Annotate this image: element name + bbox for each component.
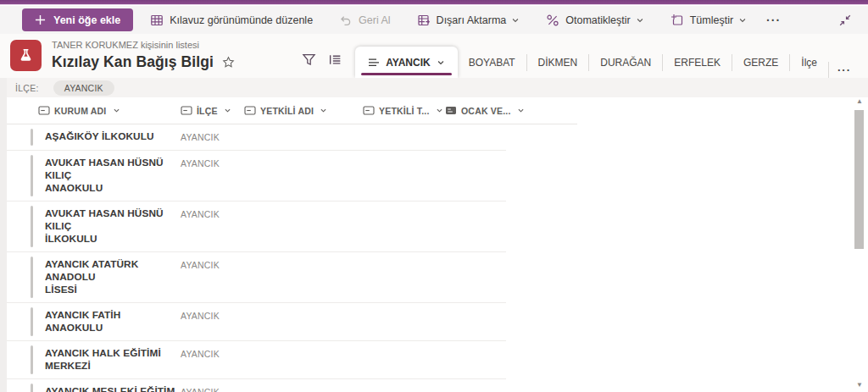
filter-chip-ayancik[interactable]: AYANCIK bbox=[53, 80, 114, 96]
chevron-down-icon bbox=[113, 107, 120, 114]
toolbar-overflow-button[interactable]: ··· bbox=[760, 14, 787, 27]
cell-kurum-adi[interactable]: AVUKAT HASAN HÜSNÜ KILIÇİLKOKULU bbox=[45, 207, 181, 246]
filter-funnel-icon[interactable] bbox=[296, 48, 322, 71]
number-column-icon bbox=[445, 106, 457, 115]
cell-kurum-adi[interactable]: AYANCIK ATATÜRK ANADOLULİSESİ bbox=[45, 258, 181, 296]
table-body: AŞAĞIKÖY İLKOKULUAYANCIKAVUKAT HASAN HÜS… bbox=[7, 124, 868, 392]
grid-view-icon bbox=[150, 14, 164, 27]
automate-button[interactable]: Otomatikleştir bbox=[537, 8, 653, 31]
column-header-ilce[interactable]: İLÇE bbox=[181, 106, 244, 116]
cell-ilce: AYANCIK bbox=[181, 130, 244, 144]
cell-kurum-adi[interactable]: AYANCIK FATİH ANAOKULU bbox=[45, 309, 181, 334]
table-row[interactable]: AYANCIK HALK EĞİTİMİ MERKEZİAYANCIK bbox=[7, 341, 506, 379]
view-tab-boyabat[interactable]: BOYABAT bbox=[458, 54, 526, 71]
export-button[interactable]: Dışarı Aktarma bbox=[408, 8, 530, 31]
text-column-icon bbox=[363, 106, 375, 115]
scroll-down-arrow-icon[interactable]: ▼ bbox=[854, 380, 865, 390]
automate-icon bbox=[546, 14, 559, 27]
cell-ilce: AYANCIK bbox=[181, 207, 244, 221]
integrate-button[interactable]: Tümleştir bbox=[661, 8, 756, 31]
chevron-down-icon bbox=[517, 107, 525, 114]
table-header-row: KURUM ADI İLÇE YETKİLİ ADI YETKİLİ T... … bbox=[7, 97, 513, 124]
view-tab-di̇kmen[interactable]: DİKMEN bbox=[526, 54, 589, 71]
chevron-down-icon bbox=[436, 107, 443, 114]
row-handle-bar bbox=[31, 384, 33, 392]
row-handle-bar bbox=[31, 345, 33, 374]
plus-icon bbox=[35, 14, 46, 25]
vertical-scrollbar[interactable]: ▲ ▼ bbox=[854, 97, 865, 392]
cell-ilce: AYANCIK bbox=[181, 309, 244, 323]
view-lines-icon bbox=[368, 58, 380, 68]
view-tab-gerze[interactable]: GERZE bbox=[732, 54, 789, 71]
row-handle-bar bbox=[31, 257, 33, 298]
new-item-button[interactable]: Yeni öğe ekle bbox=[22, 8, 133, 31]
row-handle-bar bbox=[31, 155, 33, 196]
chevron-down-icon bbox=[636, 16, 644, 25]
list-header: TANER KORUKMEZ kişisinin listesi Kızılay… bbox=[0, 34, 868, 78]
chevron-down-icon bbox=[437, 58, 445, 67]
row-handle-bar bbox=[31, 206, 33, 247]
app-top-stripe bbox=[0, 0, 868, 5]
table-row[interactable]: AYANCIK MESLEKİ EĞİTİMMERKEZİAYANCIK bbox=[7, 379, 506, 392]
integrate-icon bbox=[670, 14, 684, 27]
column-header-yetkili-t[interactable]: YETKİLİ T... bbox=[363, 106, 445, 116]
text-column-icon bbox=[244, 106, 256, 115]
views-area: AYANCIK BOYABATDİKMENDURAĞANERFELEKGERZE… bbox=[296, 47, 860, 78]
cell-kurum-adi[interactable]: AYANCIK MESLEKİ EĞİTİMMERKEZİ bbox=[45, 385, 181, 392]
table-row[interactable]: AŞAĞIKÖY İLKOKULUAYANCIK bbox=[7, 124, 506, 151]
column-header-ocak-ve[interactable]: OCAK VE... bbox=[445, 106, 513, 116]
chevron-down-icon bbox=[738, 16, 747, 25]
chevron-down-icon bbox=[320, 107, 327, 114]
filter-bar: İLÇE: AYANCIK bbox=[7, 78, 868, 97]
column-header-yetkili-adi[interactable]: YETKİLİ ADI bbox=[244, 106, 363, 116]
view-tab-erfelek[interactable]: ERFELEK bbox=[662, 54, 732, 71]
view-list-icon[interactable] bbox=[322, 48, 348, 71]
view-tabs: BOYABATDİKMENDURAĞANERFELEKGERZEİlçe bbox=[458, 47, 828, 78]
list-logo bbox=[10, 40, 42, 71]
favorite-star-icon[interactable] bbox=[222, 56, 235, 69]
edit-grid-view-button[interactable]: Kılavuz görünümünde düzenle bbox=[141, 8, 322, 31]
view-tab-i̇lçe[interactable]: İlçe bbox=[789, 54, 828, 71]
views-overflow-button[interactable]: ··· bbox=[828, 62, 860, 78]
scroll-up-arrow-icon[interactable]: ▲ bbox=[854, 97, 865, 107]
table-row[interactable]: AYANCIK ATATÜRK ANADOLULİSESİAYANCIK bbox=[7, 252, 506, 303]
filter-field-label: İLÇE: bbox=[15, 83, 39, 93]
undo-button[interactable]: Geri Al bbox=[330, 8, 400, 31]
cell-ilce: AYANCIK bbox=[181, 258, 244, 272]
export-table-icon bbox=[417, 14, 431, 27]
chevron-down-icon bbox=[511, 16, 520, 25]
text-column-icon bbox=[38, 106, 50, 115]
column-header-kurum-adi[interactable]: KURUM ADI bbox=[38, 106, 181, 116]
command-toolbar: Yeni öğe ekle Kılavuz görünümünde düzenl… bbox=[0, 6, 868, 34]
table-row[interactable]: AYANCIK FATİH ANAOKULUAYANCIK bbox=[7, 303, 506, 341]
collapse-diagonal-icon[interactable] bbox=[836, 11, 854, 30]
cell-ilce: AYANCIK bbox=[181, 347, 244, 361]
view-tab-durağan[interactable]: DURAĞAN bbox=[588, 54, 662, 71]
row-handle-bar bbox=[31, 307, 33, 336]
list-owner-eyebrow: TANER KORUKMEZ kişisinin listesi bbox=[52, 40, 199, 50]
table-row[interactable]: AVUKAT HASAN HÜSNÜ KILIÇİLKOKULUAYANCIK bbox=[7, 202, 506, 252]
page-title: Kızılay Kan Bağış Bilgi bbox=[52, 53, 214, 71]
flask-icon bbox=[18, 47, 34, 63]
cell-kurum-adi[interactable]: AVUKAT HASAN HÜSNÜ KILIÇANAOKULU bbox=[45, 157, 181, 195]
undo-icon bbox=[339, 14, 353, 27]
scrollbar-thumb[interactable] bbox=[854, 110, 864, 249]
view-tab-active-ayancik[interactable]: AYANCIK bbox=[355, 47, 457, 78]
cell-ilce: AYANCIK bbox=[181, 157, 244, 170]
chevron-down-icon bbox=[224, 107, 231, 114]
text-column-icon bbox=[181, 106, 192, 115]
cell-ilce: AYANCIK bbox=[181, 385, 244, 392]
row-handle-bar bbox=[31, 129, 33, 146]
left-gutter bbox=[0, 78, 7, 392]
cell-kurum-adi[interactable]: AYANCIK HALK EĞİTİMİ MERKEZİ bbox=[45, 347, 181, 373]
table-row[interactable]: AVUKAT HASAN HÜSNÜ KILIÇANAOKULUAYANCIK bbox=[7, 151, 506, 202]
cell-kurum-adi[interactable]: AŞAĞIKÖY İLKOKULU bbox=[45, 130, 181, 143]
